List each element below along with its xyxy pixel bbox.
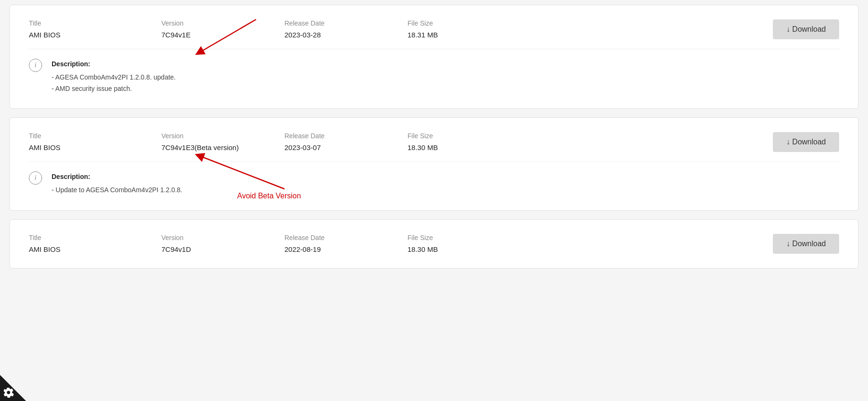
col-filesize-2: File Size 18.30 MB	[407, 132, 740, 151]
version-label-3: Version	[161, 234, 284, 241]
filesize-label-3: File Size	[407, 234, 740, 241]
desc-title-2: Description:	[52, 171, 182, 183]
title-label-2: Title	[29, 132, 161, 140]
release-value-3: 2022-08-19	[284, 245, 407, 253]
filesize-label-2: File Size	[407, 132, 740, 140]
desc-text-1: Description: - AGESA ComboAm4v2PI 1.2.0.…	[52, 59, 176, 94]
col-release-2: Release Date 2023-03-07	[284, 132, 407, 151]
release-value-1: 2023-03-28	[284, 31, 407, 39]
download-button-2[interactable]: ↓ Download	[773, 132, 839, 152]
card-1-header-row: Title AMI BIOS Version 7C94v1E Release	[29, 19, 839, 39]
version-value-3: 7C94v1D	[161, 245, 284, 253]
version-label-2: Version	[161, 132, 284, 140]
desc-line-1-0: - AGESA ComboAm4v2PI 1.2.0.8. update.	[52, 72, 176, 83]
title-label-1: Title	[29, 19, 161, 27]
bios-card-2: Title AMI BIOS Version 7C94v1E3(Beta ver…	[9, 117, 859, 211]
info-icon-1: i	[29, 59, 42, 72]
gear-icon-wrapper	[0, 375, 26, 401]
col-title-2: Title AMI BIOS	[29, 132, 161, 151]
bios-card-1: Title AMI BIOS Version 7C94v1E Release	[9, 5, 859, 109]
col-title-3: Title AMI BIOS	[29, 234, 161, 253]
col-download-2: ↓ Download	[740, 132, 839, 152]
release-label-2: Release Date	[284, 132, 407, 140]
col-title-1: Title AMI BIOS	[29, 19, 161, 39]
download-button-3[interactable]: ↓ Download	[773, 234, 839, 254]
desc-text-2: Description: - Update to AGESA ComboAm4v…	[52, 171, 182, 196]
desc-title-1: Description:	[52, 59, 176, 70]
col-version-3: Version 7C94v1D	[161, 234, 284, 253]
info-icon-2: i	[29, 171, 42, 185]
col-filesize-1: File Size 18.31 MB	[407, 19, 740, 39]
filesize-value-1: 18.31 MB	[407, 31, 740, 39]
version-value-2: 7C94v1E3(Beta version)	[161, 143, 256, 151]
description-row-2: i Description: - Update to AGESA ComboAm…	[29, 161, 839, 196]
card-2-header-row: Title AMI BIOS Version 7C94v1E3(Beta ver…	[29, 132, 839, 152]
desc-line-2-0: - Update to AGESA ComboAm4v2PI 1.2.0.8.	[52, 185, 182, 196]
gear-icon	[3, 387, 14, 398]
col-download-1: ↓ Download	[740, 19, 839, 39]
title-label-3: Title	[29, 234, 161, 241]
card-3-header-row: Title AMI BIOS Version 7C94v1D Release D…	[29, 234, 839, 254]
title-value-1: AMI BIOS	[29, 31, 161, 39]
title-value-3: AMI BIOS	[29, 245, 161, 253]
description-row-1: i Description: - AGESA ComboAm4v2PI 1.2.…	[29, 49, 839, 94]
version-value-1: 7C94v1E	[161, 31, 284, 39]
desc-line-1-1: - AMD security issue patch.	[52, 83, 176, 95]
page-wrapper: Title AMI BIOS Version 7C94v1E Release	[0, 0, 868, 273]
filesize-value-3: 18.30 MB	[407, 245, 740, 253]
bios-card-3: Title AMI BIOS Version 7C94v1D Release D…	[9, 219, 859, 268]
title-value-2: AMI BIOS	[29, 143, 161, 151]
release-value-2: 2023-03-07	[284, 143, 407, 151]
download-button-1[interactable]: ↓ Download	[773, 19, 839, 39]
release-label-3: Release Date	[284, 234, 407, 241]
filesize-value-2: 18.30 MB	[407, 143, 740, 151]
col-version-2: Version 7C94v1E3(Beta version) Avoid Bet…	[161, 132, 284, 151]
col-release-3: Release Date 2022-08-19	[284, 234, 407, 253]
version-label-1: Version	[161, 19, 284, 27]
filesize-label-1: File Size	[407, 19, 740, 27]
col-filesize-3: File Size 18.30 MB	[407, 234, 740, 253]
col-version-1: Version 7C94v1E	[161, 19, 284, 39]
release-label-1: Release Date	[284, 19, 407, 27]
col-release-1: Release Date 2023-03-28	[284, 19, 407, 39]
col-download-3: ↓ Download	[740, 234, 839, 254]
